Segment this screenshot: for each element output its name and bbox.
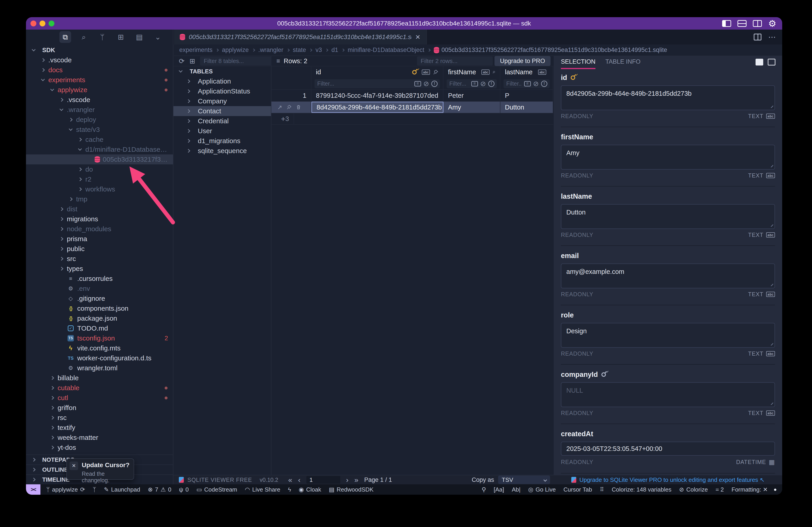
explorer-root[interactable]: SDK <box>26 45 173 55</box>
tree-item-r2[interactable]: r2 <box>26 174 173 184</box>
filter-not-icon[interactable]: ! <box>541 80 547 87</box>
pull-request-button[interactable]: ᛉ <box>93 486 97 493</box>
tree-item-worker-configuration-d-ts[interactable]: TSworker-configuration.d.ts <box>26 353 173 363</box>
gear-icon[interactable]: ⚙ <box>768 19 776 28</box>
colorize-button[interactable]: ⊘Colorize <box>679 486 708 493</box>
launchpad-button[interactable]: ✎Launchpad <box>104 486 140 493</box>
breadcrumb-item-experiments[interactable]: experiments <box>179 46 213 54</box>
column-header-firstname[interactable]: firstNameabc <box>444 67 501 78</box>
codestream-button[interactable]: ▭CodeStream <box>197 486 237 493</box>
tree-item-cutl[interactable]: cutl <box>26 393 173 403</box>
tree-item-billable[interactable]: billable <box>26 373 173 383</box>
last-page-icon[interactable]: » <box>354 476 358 484</box>
search-icon[interactable]: ⌕ <box>78 31 90 43</box>
field-value-id[interactable] <box>561 85 775 110</box>
redwoodsdk-button[interactable]: ▤RedwoodSDK <box>329 486 374 493</box>
table-item-application[interactable]: Application <box>173 76 271 86</box>
tree-item-tmp[interactable]: tmp <box>26 194 173 204</box>
tree-item-griffon[interactable]: griffon <box>26 403 173 413</box>
tree-item-wrangler-toml[interactable]: ⚙wrangler.toml <box>26 363 173 373</box>
breadcrumb-item-wrangler[interactable]: .wrangler <box>258 46 284 54</box>
tree-item-cutable[interactable]: cutable <box>26 383 173 393</box>
prev-page-icon[interactable]: ‹ <box>298 476 301 484</box>
tables-section-header[interactable]: TABLES <box>173 67 271 76</box>
field-value-firstname[interactable] <box>561 145 775 170</box>
table-item-company[interactable]: Company <box>173 96 271 106</box>
word-button[interactable]: Ab| <box>512 486 521 493</box>
upgrade-to-pro-button[interactable]: Upgrade to PRO <box>494 56 551 66</box>
column-filter-input[interactable] <box>447 80 471 87</box>
tree-item-experiments[interactable]: experiments <box>26 75 173 85</box>
live-share-button[interactable]: ◠Live Share <box>245 486 280 493</box>
table-item-sqlite-sequence[interactable]: sqlite_sequence <box>173 146 271 156</box>
tree-item-wrangler[interactable]: .wrangler <box>26 105 173 115</box>
filter-tables-input[interactable] <box>200 56 283 65</box>
filter-not-icon[interactable]: ! <box>488 80 494 87</box>
tree-item-yt-dos[interactable]: yt-dos <box>26 442 173 453</box>
breadcrumb-file[interactable]: 005cb3d3133217f352562272facf516778925ea1… <box>434 46 667 54</box>
field-value-email[interactable] <box>561 263 775 288</box>
problems-button[interactable]: ⊗7⚠0 <box>148 486 171 493</box>
page-number-input[interactable] <box>306 476 340 484</box>
tree-item-gitignore[interactable]: ◇.gitignore <box>26 294 173 304</box>
column-filter-id[interactable]: =⊘! <box>315 79 440 88</box>
tree-item-types[interactable]: types <box>26 264 173 274</box>
table-item-d1-migrations[interactable]: d1_migrations <box>173 136 271 146</box>
trash-icon[interactable] <box>296 104 301 110</box>
table-item-applicationstatus[interactable]: ApplicationStatus <box>173 86 271 96</box>
ports-button[interactable]: ψ0 <box>179 486 189 493</box>
go-live-button[interactable]: ◎Go Live <box>528 486 556 493</box>
breadcrumb-item-state[interactable]: state <box>293 46 306 54</box>
cursor-tab-button[interactable]: Cursor Tab <box>563 486 592 493</box>
tree-item-components-json[interactable]: {}components.json <box>26 304 173 313</box>
expand-row-icon[interactable]: ↗ <box>277 104 282 111</box>
next-page-icon[interactable]: › <box>346 476 349 484</box>
spaces-button[interactable]: = 2 <box>715 486 724 493</box>
tab-selection[interactable]: SELECTION <box>561 58 595 69</box>
toggle-sidebar-icon[interactable] <box>722 20 731 27</box>
tree-item-vite-config-mts[interactable]: ϟvite.config.mts <box>26 343 173 353</box>
column-filter-firstname[interactable]: =⊘! <box>447 79 497 88</box>
cell-firstname[interactable]: Amy <box>444 102 501 113</box>
source-control-icon[interactable]: ᛘ <box>97 31 108 43</box>
cell-firstname[interactable]: Peter <box>444 90 501 101</box>
copy-format-select[interactable]: TSV <box>498 475 550 484</box>
tree-item-package-json[interactable]: {}package.json <box>26 313 173 323</box>
tree-item-vscode[interactable]: .vscode <box>26 55 173 65</box>
cell-lastname[interactable]: P <box>501 90 553 101</box>
formatting-button[interactable]: Formatting: ✕ <box>731 486 768 493</box>
panel-layout-alt-icon[interactable] <box>768 59 775 65</box>
field-value-createdat[interactable] <box>561 442 775 456</box>
cell-lastname[interactable]: Dutton <box>501 102 553 113</box>
breadcrumb-item-applywize[interactable]: applywize <box>222 46 249 54</box>
tree-item-rsc[interactable]: rsc <box>26 413 173 423</box>
tree-item-workflows[interactable]: workflows <box>26 184 173 194</box>
column-filter-input[interactable] <box>504 80 524 87</box>
extensions-icon[interactable]: ⊞ <box>115 31 127 43</box>
bolt-button[interactable]: ϟ <box>288 486 291 493</box>
breadcrumb-item-d1[interactable]: d1 <box>332 46 338 54</box>
notification-body[interactable]: Read the changelog. <box>82 471 134 484</box>
folder-icon[interactable]: ▤ <box>133 31 145 43</box>
table-item-user[interactable]: User <box>173 126 271 136</box>
close-icon[interactable]: ✕ <box>70 462 78 470</box>
remote-window-button[interactable]: >< <box>26 484 40 495</box>
tree-item-tsconfig-json[interactable]: TStsconfig.json2 <box>26 333 173 343</box>
pin-icon[interactable] <box>286 104 292 110</box>
tree-item-migrations[interactable]: migrations <box>26 214 173 224</box>
table-row[interactable]: ↗8d42905a-299b-464e-849b-2181d5dd273bAmy… <box>272 101 553 113</box>
column-filter-input[interactable] <box>315 80 414 87</box>
toggle-secondary-sidebar-icon[interactable] <box>753 20 762 27</box>
tab-sqlite-file[interactable]: 005cb3d3133217f352562272facf516778925ea1… <box>174 30 427 44</box>
column-header-id[interactable]: idabc <box>311 67 444 78</box>
filter-null-icon[interactable]: ⊘ <box>423 80 429 88</box>
filter-not-icon[interactable]: ! <box>431 80 438 87</box>
table-item-credential[interactable]: Credential <box>173 116 271 126</box>
filter-equals-icon[interactable]: = <box>414 81 421 87</box>
tree-item-do[interactable]: do <box>26 164 173 174</box>
field-value-role[interactable] <box>561 323 775 348</box>
column-header-lastname[interactable]: lastNameabc <box>501 67 553 78</box>
split-editor-icon[interactable] <box>754 34 762 40</box>
cell-id[interactable]: 8d42905a-299b-464e-849b-2181d5dd273b <box>311 102 444 113</box>
upgrade-pro-link[interactable]: Upgrade to SQLite Viewer PRO to unlock e… <box>579 477 765 483</box>
